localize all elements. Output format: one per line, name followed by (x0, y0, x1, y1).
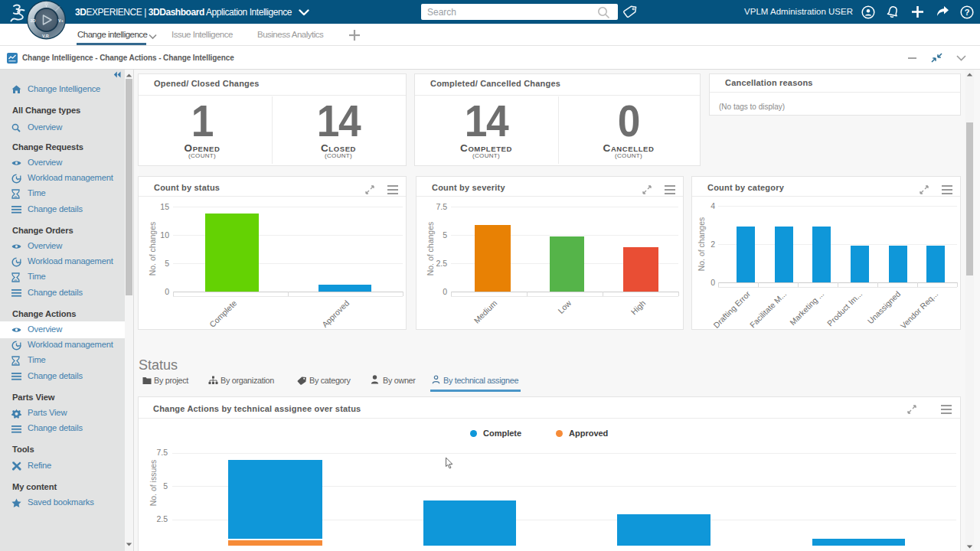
svg-text:V+: V+ (58, 18, 64, 23)
svg-text:?: ? (965, 8, 970, 17)
svg-text:V.R: V.R (42, 34, 49, 38)
svg-text:3D: 3D (31, 18, 36, 23)
